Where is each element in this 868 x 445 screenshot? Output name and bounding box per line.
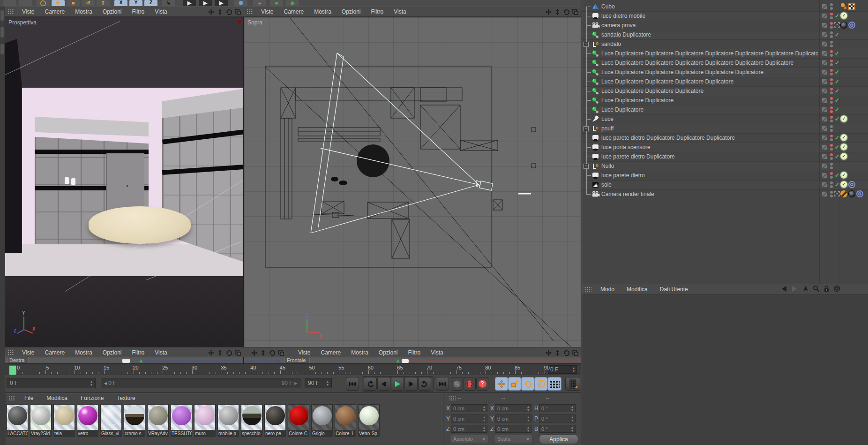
menu-item-filtro[interactable]: Filtro [403,349,426,356]
render-settings-icon[interactable]: ⬢ [234,0,247,6]
coord-value-field[interactable]: 0 °▴▾ [539,415,576,422]
enabled-check-icon[interactable]: ✓ [834,143,840,151]
object-row[interactable]: Luce Duplicatore Duplicatore Duplicatore… [582,77,868,87]
arealight-object-icon[interactable] [591,143,599,151]
pivot-tool-button[interactable]: P [534,377,547,391]
object-label[interactable]: Camera render finale [601,191,654,197]
menu-item-vista[interactable]: Vista [150,8,172,15]
rings-tag-icon[interactable] [856,190,863,197]
history-forward-icon[interactable] [791,286,799,294]
instance-object-icon[interactable] [591,97,599,104]
render-visibility-dot[interactable] [830,129,833,132]
object-row[interactable]: Luce Duplicatore Duplicatore Duplicatore… [582,86,868,96]
lock-icon[interactable]: 1 [823,285,830,294]
record-key-button[interactable] [451,377,463,391]
object-row[interactable]: Luce Duplicatore✓ [582,105,868,115]
enabled-check-icon[interactable]: ✓ [834,50,840,57]
object-label[interactable]: sandalo Duplicatore [601,31,651,38]
enabled-check-icon[interactable]: ✓ [834,78,840,85]
next-key-button[interactable] [418,377,431,391]
play-button[interactable] [391,377,404,391]
zoom-view-icon[interactable] [216,349,224,356]
maximize-view-icon[interactable] [234,8,242,15]
viewport-perspective[interactable]: Prospettiva [5,17,244,347]
menu-item-camere[interactable]: Camere [315,349,346,356]
crosshair-state-icon[interactable] [834,190,840,198]
layer-toggle-icon[interactable] [822,163,827,169]
layer-toggle-icon[interactable] [822,79,827,84]
object-label[interactable]: Cubo [601,3,615,10]
maximize-view-icon[interactable] [234,349,242,356]
render-visibility-dot[interactable] [830,73,833,75]
render-visibility-dot[interactable] [830,195,833,197]
previous-frame-button[interactable] [377,377,390,391]
apply-button[interactable]: Applica [539,434,578,444]
pan-view-icon[interactable] [545,8,553,15]
camera-object-icon[interactable] [591,190,599,198]
layer-toggle-icon[interactable] [822,144,827,150]
render-visibility-dot[interactable] [830,101,833,104]
editor-visibility-dot[interactable] [830,125,833,128]
new-material-icon[interactable]: ＋ [253,0,266,6]
glow-tag-icon[interactable]: ✓ [840,12,847,19]
menu-item-opzioni[interactable]: Opzioni [97,349,127,356]
rotate-view-icon[interactable] [268,349,276,356]
odots-tag-icon[interactable] [840,3,847,10]
object-label[interactable]: luce porta scensore [601,144,651,151]
expand-toggle-icon[interactable]: + [584,126,589,131]
object-label[interactable]: camera prova [601,22,636,29]
layer-toggle-icon[interactable] [822,154,827,159]
spinner-icon[interactable]: ▴▾ [327,380,329,386]
material-swatch[interactable]: Vray2Sid [30,404,52,437]
object-row[interactable]: luce porta scensore✓✓ [582,143,868,152]
axis-lock-icon[interactable]: Z [144,0,157,6]
render-visibility-dot[interactable] [830,45,833,47]
frame-end-field[interactable]: 90 F ▴▾ [305,378,332,388]
camera-object-icon[interactable] [591,22,599,29]
null-object-icon[interactable]: 0 [591,40,599,48]
menu-item-filtro[interactable]: Filtro [127,8,150,15]
autokey-record-button[interactable] [464,377,476,391]
layer-toggle-icon[interactable] [822,23,827,28]
material-swatch[interactable]: mobile p [217,404,239,437]
panel-grip-icon[interactable] [7,350,14,355]
rotate-tool-button[interactable] [521,377,534,391]
glow-tag-icon[interactable]: ✓ [840,181,847,188]
arealight-object-icon[interactable] [591,12,599,20]
zoom-view-icon[interactable] [259,349,267,356]
layer-toggle-icon[interactable] [822,98,827,103]
menu-item-opzioni[interactable]: Opzioni [97,8,127,15]
redo-icon[interactable] [19,0,32,6]
object-label[interactable]: Luce Duplicatore Duplicatore [601,97,673,104]
rotate-view-icon[interactable] [562,349,570,356]
focus-target-icon[interactable] [833,285,840,294]
render-visibility-dot[interactable] [830,82,833,85]
layer-toggle-icon[interactable] [822,135,827,141]
next-frame-button[interactable] [404,377,418,391]
enabled-check-icon[interactable]: ✓ [834,181,840,189]
object-row[interactable]: luce parete dietro✓✓ [582,171,868,181]
rings-tag-icon[interactable] [848,22,855,29]
render-visibility-dot[interactable] [830,120,833,122]
editor-visibility-dot[interactable] [830,22,833,25]
coord-value-field[interactable]: 0 cm▴▾ [451,415,487,422]
material-swatch[interactable]: Colore-C [288,404,309,437]
render-view-icon[interactable]: ▶ [183,0,196,6]
crosshair-state-icon[interactable] [834,22,840,29]
glow-tag-icon[interactable]: ✓ [840,134,847,141]
object-row[interactable]: +0pouff [582,124,868,134]
object-label[interactable]: sole [601,181,612,188]
render-visibility-dot[interactable] [830,138,833,141]
object-row[interactable]: luce dietro mobile✓✓ [582,11,868,21]
layer-toggle-icon[interactable] [822,69,827,75]
object-label[interactable]: luce parete dietro [601,172,645,179]
maximize-view-icon[interactable] [571,349,579,356]
layer-toggle-icon[interactable] [822,107,827,113]
object-row[interactable]: Camera render finale [582,189,868,199]
menu-item-dati-utente[interactable]: Dati Utente [654,286,694,293]
arealight-object-icon[interactable] [591,134,599,142]
coord-value-field[interactable]: 0 cm▴▾ [495,425,531,433]
timeline-current-frame-field[interactable]: 0 F ▴▾ [548,365,577,374]
enabled-check-icon[interactable]: ✓ [834,97,840,104]
rotate-tool-icon[interactable]: ↺ [82,0,95,6]
